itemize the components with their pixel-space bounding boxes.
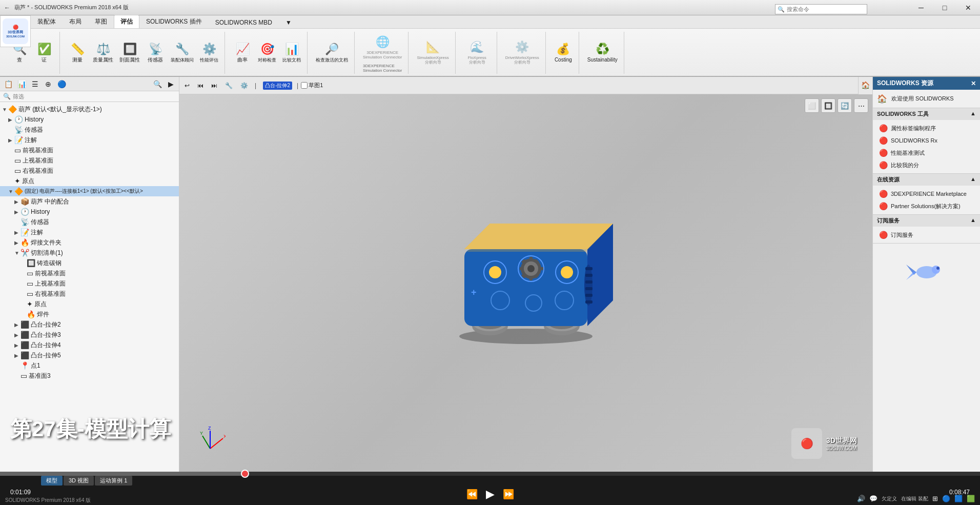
play-btn[interactable]: ▶ [486, 488, 495, 501]
ctx-btn-arrow[interactable]: ↩ [181, 79, 193, 92]
lt-circle-btn[interactable]: 🔵 [55, 78, 68, 90]
tree-item-weld-folder[interactable]: ▶ 🔥 焊接文件夹 [0, 237, 179, 248]
tree-item-right-plane[interactable]: ▭ 右视基准面 [0, 166, 179, 176]
viewport-rotate-btn[interactable]: 🔄 [838, 98, 852, 113]
compare-score-item[interactable]: 🔴 比较我的分 [875, 159, 978, 171]
tab-evaluate[interactable]: 评估 [114, 15, 139, 28]
tree-item-annotation[interactable]: ▶ 📝 注解 [0, 135, 179, 145]
right-panel-close[interactable]: ✕ [971, 80, 976, 87]
taskbar-icon3[interactable]: 🟩 [967, 495, 975, 502]
tree-item-sensor2[interactable]: 📡 传感器 [0, 217, 179, 227]
online-resources-title[interactable]: 在线资源 ▲ [873, 174, 980, 186]
close-button[interactable]: ✕ [956, 0, 980, 15]
ribbon-btn-measure[interactable]: 📏 测量 [66, 42, 89, 64]
viewport-more-btn[interactable]: ⋯ [854, 98, 868, 113]
tree-item-top-plane[interactable]: ▭ 上视基准面 [0, 155, 179, 166]
ribbon-btn-3dexp[interactable]: 🌐 3DEXPERIENCESimulation Connector [361, 34, 404, 61]
tab-3dview[interactable]: 3D 视图 [64, 476, 94, 486]
lt-menu-btn[interactable]: ☰ [29, 78, 41, 90]
tree-item-right2[interactable]: ▭ 右视基准面 [0, 289, 179, 299]
tree-item-cut-list[interactable]: ▼ ✂️ 切割清单(1) [0, 248, 179, 258]
ribbon-btn-symmetry[interactable]: 🎯 对称检查 [256, 42, 278, 64]
lt-table-btn[interactable]: 📊 [15, 78, 28, 90]
ctx-btn-extrude2[interactable]: 凸台-拉伸2 [260, 79, 295, 92]
tab-sketch[interactable]: 草图 [88, 15, 114, 28]
windows-btn[interactable]: ⊞ [932, 495, 938, 502]
tab-model[interactable]: 模型 [41, 476, 63, 486]
minimize-button[interactable]: ─ [909, 0, 933, 15]
tree-item-extrude4[interactable]: ▶ ⬛ 凸台-拉伸4 [0, 340, 179, 350]
tree-item-history[interactable]: ▶ 🕐 History [0, 114, 179, 125]
progress-bar-container[interactable] [0, 472, 980, 476]
progress-indicator[interactable] [241, 470, 249, 478]
viewport-fit-btn[interactable]: ⬜ [805, 98, 819, 113]
ribbon-btn-mass[interactable]: ⚖️ 质量属性 [91, 42, 115, 64]
tree-item-top2[interactable]: ▭ 上视基准面 [0, 278, 179, 289]
tab-more[interactable]: ▼ [279, 16, 298, 28]
lt-filter-btn[interactable]: 🔍 [151, 78, 164, 90]
tree-item-fixed-part[interactable]: ▼ 🔶 (固定) 电葫芦----连接板1<1> (默认<按加工><<默认> [0, 186, 179, 196]
tab-motion[interactable]: 运动算例 1 [95, 476, 132, 486]
ribbon-btn-active-doc[interactable]: 🔎 检查激活的文档 [314, 42, 350, 64]
tree-item-history2[interactable]: ▶ 🕐 History [0, 207, 179, 217]
search-input[interactable] [787, 6, 865, 12]
tree-item-front2[interactable]: ▭ 前视基准面 [0, 268, 179, 278]
tab-sw-mbd[interactable]: SOLIDWORKS MBD [209, 16, 279, 28]
tree-item-extrude5[interactable]: ▶ ⬛ 凸台-拉伸5 [0, 350, 179, 360]
tree-item-weld-part[interactable]: 🔥 焊件 [0, 309, 179, 319]
tree-item-sensor[interactable]: 📡 传感器 [0, 125, 179, 135]
tree-item-extrude2[interactable]: ▶ ⬛ 凸台-拉伸2 [0, 319, 179, 330]
tab-sw-plugins[interactable]: SOLIDWORKS 插件 [139, 15, 209, 28]
attr-editor-item[interactable]: 🔴 属性标签编制程序 [875, 122, 978, 134]
ctx-btn-prev[interactable]: ⏮ [194, 79, 207, 92]
ribbon-btn-simxpress[interactable]: 📐 SimulationXpress分析向导 [415, 39, 451, 66]
rewind-btn[interactable]: ⏪ [466, 489, 478, 500]
partner-item[interactable]: 🔴 Partner Solutions(解决方案) [875, 200, 978, 212]
tree-root[interactable]: ▼ 🔶 葫芦 (默认<默认_显示状态-1>) [0, 104, 179, 114]
ribbon-btn-assembly-advisor[interactable]: 🔧 装配体顾问 [169, 42, 196, 64]
tree-item-extrude3[interactable]: ▶ ⬛ 凸台-拉伸3 [0, 330, 179, 340]
perf-benchmark-item[interactable]: 🔴 性能基准测试 [875, 147, 978, 159]
ribbon-btn-perf[interactable]: ⚙️ 性能评估 [198, 42, 220, 64]
panel-resize-handle[interactable] [177, 77, 179, 472]
taskbar-icon1[interactable]: 🔵 [942, 495, 950, 502]
tree-item-mates[interactable]: ▶ 📦 葫芦 中的配合 [0, 196, 179, 207]
ctx-btn-tool1[interactable]: 🔧 [222, 79, 236, 92]
lt-expand-btn[interactable]: ▶ [165, 78, 177, 90]
taskbar-icon2[interactable]: 🟦 [954, 495, 963, 502]
tree-item-annotation2[interactable]: ▶ 📝 注解 [0, 227, 179, 237]
ribbon-btn-section[interactable]: 🔲 剖面属性 [117, 42, 142, 64]
ribbon-btn-driveworks[interactable]: ⚙️ DriveWorksXpress分析向导 [503, 39, 541, 66]
lt-add-btn[interactable]: ⊕ [42, 78, 54, 90]
tab-assembly[interactable]: 装配体 [31, 15, 63, 28]
tree-item-origin2[interactable]: ✦ 原点 [0, 299, 179, 309]
marketplace-item[interactable]: 🔴 3DEXPERIENCE Marketplace [875, 188, 978, 200]
ctx-btn-next[interactable]: ⏭ [208, 79, 220, 92]
ribbon-btn-sensor[interactable]: 📡 传感器 [144, 42, 167, 64]
ribbon-btn-compare[interactable]: 📊 比较文档 [280, 42, 303, 64]
ribbon-btn-curvature[interactable]: 📈 曲率 [231, 42, 254, 64]
ctx-checkbox[interactable] [301, 82, 308, 89]
fast-forward-btn[interactable]: ⏩ [503, 489, 514, 500]
sw-rx-item[interactable]: 🔴 SOLIDWORKS Rx [875, 134, 978, 147]
subscription-service-item[interactable]: 🔴 订阅服务 [875, 229, 978, 241]
subscription-title[interactable]: 订阅服务 ▲ [873, 215, 980, 227]
viewport-canvas[interactable]: + ⬜ 🔲 🔄 ⋯ X Y Z [179, 94, 872, 472]
ribbon-btn-sustainability[interactable]: ♻️ Sustainability [585, 42, 620, 64]
ribbon-btn-floxpress[interactable]: 🌊 FloXpress分析向导 [462, 39, 493, 66]
lt-list-btn[interactable]: 📋 [2, 78, 14, 90]
viewport-zoom-btn[interactable]: 🔲 [821, 98, 835, 113]
tree-item-origin[interactable]: ✦ 原点 [0, 176, 179, 186]
maximize-button[interactable]: □ [933, 0, 956, 15]
tree-item-front-plane[interactable]: ▭ 前视基准面 [0, 145, 179, 155]
sw-tools-title[interactable]: SOLIDWORKS 工具 ▲ [873, 108, 980, 120]
ribbon-btn-costing[interactable]: 💰 Costing [552, 42, 575, 64]
tree-item-point1[interactable]: 📍 点1 [0, 360, 179, 371]
filter-input[interactable] [13, 93, 176, 99]
ribbon-btn-verify[interactable]: ✅ 证 [33, 42, 55, 64]
rib-home-btn[interactable]: 🏠 [860, 79, 872, 91]
tree-item-plane3[interactable]: ▭ 基准面3 [0, 371, 179, 381]
tab-layout[interactable]: 布局 [63, 15, 88, 28]
tree-item-cast-steel[interactable]: 🔲 铸造碳钢 [0, 258, 179, 268]
titlebar-back[interactable]: ← [0, 4, 10, 11]
